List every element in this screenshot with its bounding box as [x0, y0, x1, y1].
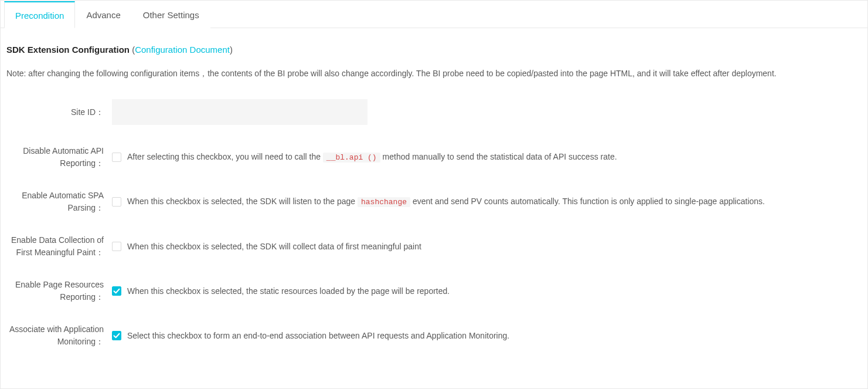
label-site-id: Site ID：: [6, 106, 112, 119]
tabs-bar: Precondition Advance Other Settings: [1, 1, 867, 28]
row-enable-fmp: Enable Data Collection of First Meaningf…: [6, 234, 862, 259]
row-enable-resources: Enable Page Resources Reporting： When th…: [6, 279, 862, 303]
label-enable-spa: Enable Automatic SPA Parsing：: [6, 190, 112, 214]
tab-other-settings[interactable]: Other Settings: [132, 1, 210, 28]
config-note: Note: after changing the following confi…: [6, 69, 862, 79]
label-associate-apm: Associate with Application Monitoring：: [6, 323, 112, 348]
section-title: SDK Extension Configuration (Configurati…: [6, 45, 862, 55]
label-disable-api: Disable Automatic API Reporting：: [6, 145, 112, 170]
desc-enable-spa: When this checkbox is selected, the SDK …: [127, 195, 765, 208]
check-icon: [113, 332, 120, 339]
checkbox-enable-fmp[interactable]: [112, 242, 121, 251]
desc-text-part: After selecting this checkbox, you will …: [127, 152, 323, 161]
label-enable-fmp: Enable Data Collection of First Meaningf…: [6, 234, 112, 259]
check-icon: [113, 287, 120, 295]
row-enable-spa: Enable Automatic SPA Parsing： When this …: [6, 190, 862, 214]
checkbox-enable-resources[interactable]: [112, 286, 121, 296]
settings-page: Precondition Advance Other Settings SDK …: [0, 0, 868, 389]
row-site-id: Site ID：: [6, 99, 862, 125]
row-disable-api: Disable Automatic API Reporting： After s…: [6, 145, 862, 170]
paren-close: ): [230, 45, 233, 55]
desc-text-part: event and send PV counts automatically. …: [410, 197, 765, 206]
desc-text-part: When this checkbox is selected, the SDK …: [127, 197, 358, 206]
desc-text-part: method manually to send the statistical …: [380, 152, 617, 161]
code-bl-api: __bl.api (): [323, 153, 380, 163]
desc-enable-fmp: When this checkbox is selected, the SDK …: [127, 241, 421, 253]
desc-disable-api: After selecting this checkbox, you will …: [127, 151, 617, 164]
desc-associate-apm: Select this checkbox to form an end-to-e…: [127, 330, 509, 342]
checkbox-associate-apm[interactable]: [112, 331, 121, 340]
tab-content: SDK Extension Configuration (Configurati…: [1, 28, 867, 366]
desc-enable-resources: When this checkbox is selected, the stat…: [127, 285, 450, 297]
config-doc-link[interactable]: Configuration Document: [135, 45, 230, 55]
tab-advance[interactable]: Advance: [75, 1, 131, 28]
row-associate-apm: Associate with Application Monitoring： S…: [6, 323, 862, 348]
code-hashchange: hashchange: [358, 197, 410, 207]
checkbox-disable-api[interactable]: [112, 153, 121, 162]
site-id-value: [112, 99, 367, 125]
tab-precondition[interactable]: Precondition: [4, 1, 75, 28]
label-enable-resources: Enable Page Resources Reporting：: [6, 279, 112, 303]
section-title-text: SDK Extension Configuration: [6, 45, 130, 55]
checkbox-enable-spa[interactable]: [112, 197, 121, 207]
